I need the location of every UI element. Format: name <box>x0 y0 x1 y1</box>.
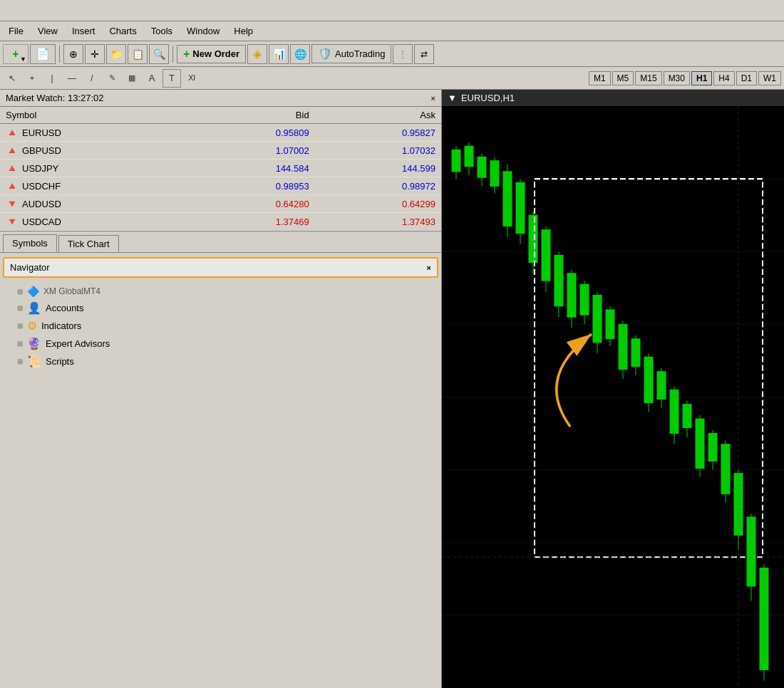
main-content: Market Watch: 13:27:02 × Symbol Bid Ask … <box>0 90 784 688</box>
expand-indicators-icon: ⊞ <box>17 322 23 330</box>
svg-rect-52 <box>721 444 730 494</box>
symbol-name-0: EURUSD <box>22 127 61 138</box>
menu-help[interactable]: Help <box>228 24 259 38</box>
market-watch-row[interactable]: 🔻 AUDUSD 0.64280 0.64299 <box>0 195 441 213</box>
bid-cell-1: 1.07002 <box>188 142 314 160</box>
toolbar-btn-2[interactable]: 📄 ▼ <box>30 44 56 64</box>
toolbar-zoom-btn[interactable]: 🔍 <box>149 44 169 64</box>
chart-svg <box>442 106 784 688</box>
nav-item-partial[interactable]: ⊞ 🔷 XM GlobalMT4 <box>17 283 435 299</box>
toolbar-extra-btn[interactable]: ⋮ <box>393 44 413 64</box>
nav-scripts-icon: 📜 <box>27 355 41 368</box>
bid-cell-2: 144.584 <box>188 160 314 177</box>
nav-ea-label: Expert Advisors <box>46 338 110 349</box>
svg-rect-19 <box>516 182 525 233</box>
svg-rect-36 <box>619 324 627 369</box>
tf-m30[interactable]: M30 <box>664 71 690 85</box>
tf-d1[interactable]: D1 <box>736 71 757 85</box>
market-watch-row[interactable]: 🔺 GBPUSD 1.07002 1.07032 <box>0 142 441 160</box>
svg-rect-30 <box>580 284 589 315</box>
draw-vline-btn[interactable]: | <box>43 69 61 88</box>
tf-m1[interactable]: M1 <box>589 71 611 85</box>
tf-h1[interactable]: H1 <box>691 71 712 85</box>
draw-hline-btn[interactable]: — <box>63 69 81 88</box>
ask-cell-5: 1.37493 <box>315 213 441 231</box>
draw-label-btn[interactable]: Ⅺ <box>182 69 201 88</box>
auto-trading-button[interactable]: 🛡️ AutoTrading <box>311 44 391 63</box>
nav-xm-icon: 🔷 <box>27 286 39 297</box>
tab-symbols[interactable]: Symbols <box>3 234 57 252</box>
bid-cell-3: 0.98953 <box>188 177 314 195</box>
tab-tick-chart[interactable]: Tick Chart <box>58 235 119 252</box>
new-order-button[interactable]: + New Order <box>177 45 246 63</box>
menu-window[interactable]: Window <box>181 24 225 38</box>
chart-canvas[interactable] <box>442 106 784 688</box>
market-watch-header: Market Watch: 13:27:02 × <box>0 90 441 107</box>
toolbar-doc-btn[interactable]: 📋 <box>128 44 148 64</box>
svg-rect-40 <box>644 357 653 402</box>
draw-crosshair-btn[interactable]: + <box>23 69 41 88</box>
menu-view[interactable]: View <box>32 24 63 38</box>
draw-text-btn[interactable]: ✎ <box>103 69 121 88</box>
draw-text-t-btn[interactable]: T <box>163 69 181 88</box>
svg-rect-42 <box>657 372 666 400</box>
direction-icon-1: 🔺 <box>6 145 18 156</box>
toolbar-folder-btn[interactable]: 📁 <box>106 44 126 64</box>
market-watch-row[interactable]: 🔺 EURUSD 0.95809 0.95827 <box>0 124 441 142</box>
toolbar-arrows-btn[interactable]: ⇄ <box>414 44 434 64</box>
chart-symbol-arrow: ▼ <box>448 93 457 103</box>
menu-bar: File View Insert Charts Tools Window Hel… <box>0 21 784 41</box>
chart-area: ▼ EURUSD,H1 <box>442 90 784 688</box>
menu-insert[interactable]: Insert <box>66 24 101 38</box>
tf-m15[interactable]: M15 <box>635 71 661 85</box>
draw-cursor-btn[interactable]: ↖ <box>3 69 21 88</box>
svg-rect-17 <box>503 172 512 226</box>
toolbar-globe-btn[interactable]: 🌐 <box>290 44 310 64</box>
toolbar-gold-icon-btn[interactable]: ◈ <box>247 44 267 64</box>
menu-tools[interactable]: Tools <box>145 24 178 38</box>
draw-grid-btn[interactable]: ▦ <box>123 69 141 88</box>
navigator-close-btn[interactable]: × <box>427 264 431 272</box>
toolbar-new-chart-btn[interactable]: + ▼ <box>3 44 29 64</box>
symbol-cell-3: 🔺 USDCHF <box>0 177 188 195</box>
svg-rect-44 <box>670 390 679 433</box>
nav-item-accounts[interactable]: ⊞ 👤 Accounts <box>17 299 435 317</box>
svg-rect-13 <box>478 157 486 177</box>
tf-m5[interactable]: M5 <box>612 71 634 85</box>
chart-title-bar: ▼ EURUSD,H1 <box>442 90 784 106</box>
col-ask: Ask <box>315 107 441 124</box>
ask-cell-4: 0.64299 <box>315 195 441 213</box>
draw-letter-a-btn[interactable]: A <box>143 69 161 88</box>
toolbar-cursor-btn[interactable]: ✛ <box>85 44 105 64</box>
svg-rect-32 <box>593 296 602 343</box>
toolbar-sep-1 <box>59 46 60 63</box>
expand-ea-icon: ⊞ <box>17 340 23 348</box>
symbol-cell-1: 🔺 GBPUSD <box>0 142 188 160</box>
chart-title: EURUSD,H1 <box>461 93 515 103</box>
market-watch-close-btn[interactable]: × <box>431 94 435 103</box>
nav-accounts-icon: 👤 <box>27 301 41 315</box>
toolbar-sep-2 <box>172 46 173 63</box>
nav-item-scripts[interactable]: ⊞ 📜 Scripts <box>17 353 435 370</box>
nav-indicators-icon: ⚙ <box>27 319 37 333</box>
nav-item-indicators[interactable]: ⊞ ⚙ Indicators <box>17 317 435 335</box>
expand-icon: ⊞ <box>17 288 23 296</box>
direction-icon-5: 🔻 <box>6 216 18 227</box>
svg-rect-28 <box>567 273 576 317</box>
toolbar-crosshair-btn[interactable]: ⊕ <box>63 44 83 64</box>
menu-file[interactable]: File <box>3 24 29 38</box>
toolbar-chart-icon-btn[interactable]: 📊 <box>269 44 289 64</box>
market-watch-row[interactable]: 🔻 USDCAD 1.37469 1.37493 <box>0 213 441 231</box>
nav-accounts-label: Accounts <box>46 303 83 313</box>
market-watch-row[interactable]: 🔺 USDJPY 144.584 144.599 <box>0 160 441 177</box>
direction-icon-2: 🔺 <box>6 162 18 174</box>
tf-h4[interactable]: H4 <box>713 71 734 85</box>
nav-xm-label: XM GlobalMT4 <box>43 286 100 296</box>
market-watch-row[interactable]: 🔺 USDCHF 0.98953 0.98972 <box>0 177 441 195</box>
draw-trendline-btn[interactable]: / <box>83 69 101 88</box>
expand-accounts-icon: ⊞ <box>17 304 23 312</box>
new-order-label: New Order <box>192 48 239 59</box>
nav-item-expert-advisors[interactable]: ⊞ 🔮 Expert Advisors <box>17 335 435 353</box>
tf-w1[interactable]: W1 <box>758 71 781 85</box>
menu-charts[interactable]: Charts <box>103 24 142 38</box>
